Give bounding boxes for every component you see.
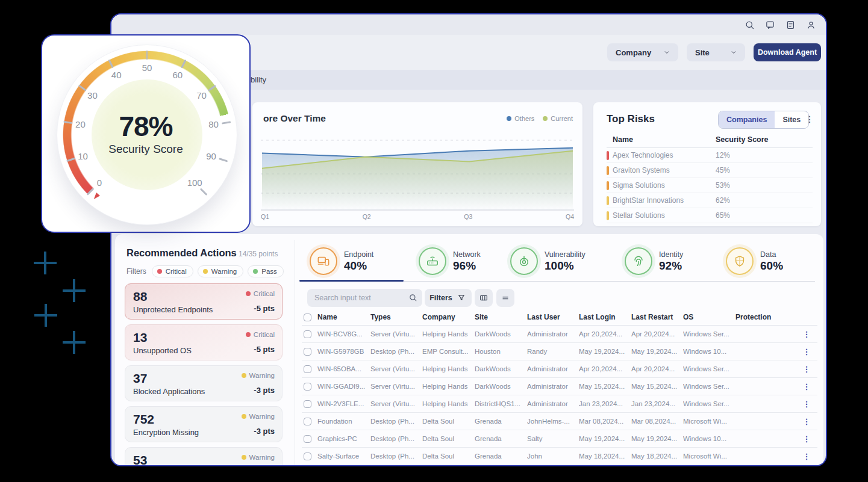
gauge-tick-label: 50 bbox=[136, 63, 158, 72]
column-settings-button[interactable] bbox=[475, 289, 493, 307]
cell-site: DarkWoods bbox=[475, 383, 527, 390]
action-card[interactable]: 88Unprotected EndpointsCritical-5 pts bbox=[125, 283, 283, 320]
table-row[interactable]: FoundationDesktop (Ph...Delta SoulGrenad… bbox=[302, 413, 817, 430]
risk-row[interactable]: Stellar Solutions65% bbox=[607, 208, 813, 223]
topbar-icon-group bbox=[744, 19, 816, 30]
toggle-sites[interactable]: Sites bbox=[775, 111, 808, 128]
company-dropdown[interactable]: Company bbox=[607, 43, 678, 61]
cell-company: Helping Hands bbox=[422, 383, 475, 390]
filter-pill-warning[interactable]: Warning bbox=[198, 265, 243, 277]
tab-identity[interactable]: Identity92% bbox=[625, 243, 726, 280]
gauge-tick bbox=[108, 59, 113, 68]
row-menu-kebab-icon[interactable]: ⋮ bbox=[803, 365, 811, 374]
cell-last_user: Administrator bbox=[527, 383, 579, 390]
table-row[interactable]: WIN-65OBA...Server (Virtu...Helping Hand… bbox=[302, 360, 817, 378]
tab-endpoint[interactable]: Endpoint40% bbox=[310, 243, 419, 280]
risk-row[interactable]: Apex Technologies12% bbox=[607, 148, 813, 163]
risk-row[interactable]: Graviton Systems45% bbox=[607, 163, 813, 178]
panel-divider bbox=[295, 240, 295, 466]
table-row[interactable]: Salty-SurfaceDesktop (Ph...Delta SoulGre… bbox=[302, 448, 817, 465]
filter-pill-critical[interactable]: Critical bbox=[152, 265, 193, 277]
device-table: NameTypesCompanySiteLast UserLast LoginL… bbox=[302, 309, 817, 465]
status-dot bbox=[157, 269, 162, 274]
filter-pill-pass[interactable]: Pass bbox=[248, 265, 284, 277]
plus-decoration bbox=[34, 252, 57, 274]
search-icon[interactable] bbox=[744, 19, 755, 30]
tab-value: 40% bbox=[344, 259, 373, 273]
tab-vulnerability[interactable]: Vulnerability100% bbox=[510, 243, 625, 280]
download-agent-button[interactable]: Download Agent bbox=[754, 43, 821, 61]
tab-label: Network bbox=[453, 250, 481, 259]
tab-label: Endpoint bbox=[344, 250, 373, 259]
row-checkbox[interactable] bbox=[304, 348, 311, 356]
tab-text: Network96% bbox=[453, 250, 481, 273]
row-checkbox[interactable] bbox=[304, 365, 311, 373]
cell-last_user: John bbox=[527, 453, 579, 460]
row-menu-kebab-icon[interactable]: ⋮ bbox=[803, 417, 811, 426]
row-checkbox[interactable] bbox=[304, 418, 311, 425]
row-menu-kebab-icon[interactable]: ⋮ bbox=[803, 347, 811, 356]
cell-last_user: JohnHelms-... bbox=[527, 418, 579, 425]
row-menu-kebab-icon[interactable]: ⋮ bbox=[803, 452, 811, 461]
row-menu-kebab-icon[interactable]: ⋮ bbox=[803, 382, 811, 391]
site-dropdown[interactable]: Site bbox=[687, 43, 745, 61]
status-dot bbox=[203, 269, 208, 274]
tab-value: 92% bbox=[659, 259, 683, 273]
recommended-actions-points: 14/35 points bbox=[239, 250, 278, 258]
action-card[interactable]: 752Encryption MissingWarning-3 pts bbox=[125, 406, 283, 442]
risk-row[interactable]: Sigma Solutions53% bbox=[607, 178, 813, 193]
tab-value: 96% bbox=[453, 259, 481, 273]
row-menu-kebab-icon[interactable]: ⋮ bbox=[803, 434, 811, 443]
notes-icon[interactable] bbox=[785, 19, 796, 30]
action-card[interactable]: 37Blocked ApplicationsWarning-3 pts bbox=[125, 365, 283, 401]
filters-button[interactable]: Filters bbox=[425, 289, 472, 307]
cell-type: Desktop (Ph... bbox=[370, 435, 422, 442]
table-row[interactable]: WIN-2V3FLE...Server (Virtu...Helping Han… bbox=[302, 395, 817, 413]
tab-network[interactable]: Network96% bbox=[419, 243, 510, 280]
row-density-button[interactable] bbox=[496, 289, 514, 307]
tab-label: Identity bbox=[659, 250, 683, 259]
tab-text: Data60% bbox=[760, 250, 783, 273]
row-checkbox[interactable] bbox=[304, 400, 311, 408]
risks-menu-kebab-icon[interactable]: ⋮ bbox=[805, 114, 814, 124]
tab-data[interactable]: Data60% bbox=[726, 243, 783, 280]
table-row[interactable]: Graphics-PCDesktop (Ph...Delta SoulGrena… bbox=[302, 430, 817, 448]
gauge-arc-tip bbox=[92, 193, 100, 201]
cell-name: WIN-2V3FLE... bbox=[317, 400, 370, 407]
cell-last_restart: Mar 08,2024... bbox=[631, 418, 683, 425]
row-checkbox[interactable] bbox=[304, 330, 311, 338]
row-checkbox[interactable] bbox=[304, 435, 311, 443]
row-menu-kebab-icon[interactable]: ⋮ bbox=[803, 400, 811, 409]
severity-label: Critical bbox=[254, 331, 275, 338]
search-input[interactable] bbox=[307, 289, 422, 307]
network-icon bbox=[419, 247, 446, 275]
severity-label: Warning bbox=[249, 413, 275, 420]
chat-icon[interactable] bbox=[764, 19, 775, 30]
table-row[interactable]: WIN-G5978GBDesktop (Ph...EMP Consult...H… bbox=[302, 343, 817, 360]
status-dot bbox=[242, 373, 246, 378]
tab-label: Data bbox=[760, 250, 783, 259]
filter-pill-label: Pass bbox=[261, 268, 277, 275]
cell-type: Server (Virtu... bbox=[370, 330, 422, 338]
row-checkbox[interactable] bbox=[304, 453, 311, 460]
table-row[interactable]: WIN-BCV8G...Server (Virtu...Helping Hand… bbox=[302, 326, 817, 343]
row-menu-kebab-icon[interactable]: ⋮ bbox=[803, 330, 811, 339]
recommended-actions-title: Recommended Actions bbox=[126, 247, 237, 259]
action-card[interactable]: 13Unsupported OSCritical-5 pts bbox=[125, 324, 283, 360]
toggle-companies[interactable]: Companies bbox=[719, 111, 775, 128]
row-checkbox[interactable] bbox=[304, 383, 311, 391]
action-points: -5 pts bbox=[254, 345, 275, 354]
cell-company: Helping Hands bbox=[422, 365, 475, 372]
risk-row[interactable]: BrightStar Innovations62% bbox=[607, 193, 813, 208]
risk-name: BrightStar Innovations bbox=[613, 196, 716, 205]
action-points: -3 pts bbox=[254, 427, 275, 436]
user-icon[interactable] bbox=[805, 19, 816, 30]
risk-severity-bar bbox=[607, 211, 609, 220]
plus-decoration bbox=[63, 331, 86, 354]
cell-last_login: May 18,2024... bbox=[579, 453, 631, 460]
action-card[interactable]: 53Outdated AgentsWarning-5 pts bbox=[125, 447, 283, 466]
select-all-checkbox[interactable] bbox=[304, 314, 311, 321]
search-field-wrap bbox=[307, 289, 422, 307]
table-row[interactable]: WIN-GGADI9...Server (Virtu...Helping Han… bbox=[302, 378, 817, 395]
chevron-down-icon bbox=[728, 47, 739, 58]
